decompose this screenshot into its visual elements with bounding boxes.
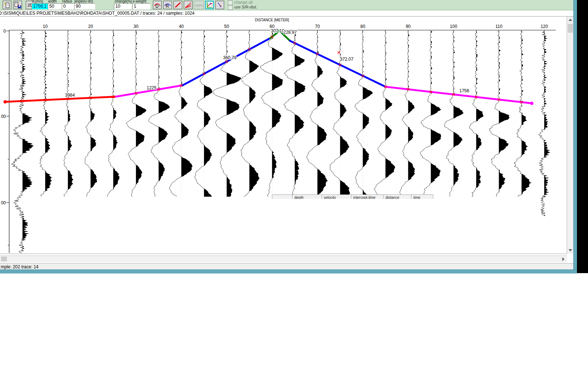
vertical-scroll-thumb[interactable] <box>568 24 573 33</box>
vertical-scrollbar[interactable] <box>567 17 574 254</box>
slope-button[interactable] <box>215 1 224 9</box>
apex-velocity-label: 228.97 <box>283 30 297 35</box>
scroll-up-button[interactable] <box>567 17 574 23</box>
horizontal-scrollbar[interactable] <box>0 255 567 262</box>
window-border-bottom <box>0 269 577 273</box>
traveltime-segment[interactable] <box>386 87 532 103</box>
app-window: 2D V [m/s] width radius angle(0-90) chan… <box>0 0 573 273</box>
right-arrow-icon <box>562 257 564 261</box>
seismic-trace <box>330 31 350 197</box>
xweight-input[interactable]: 1 <box>132 3 150 10</box>
seismic-trace <box>490 31 510 197</box>
direct-wave-button[interactable]: D <box>153 1 162 9</box>
seismogram[interactable]: 102030405060708090100110120DISTANCE [MET… <box>0 17 567 254</box>
apex-velocity-label: 307.10 <box>271 28 284 33</box>
x-tick-label: 80 <box>360 24 365 29</box>
seismic-trace <box>195 31 212 197</box>
seismic-trace <box>355 31 373 197</box>
fan-pick-button[interactable] <box>184 1 193 9</box>
refracted-wave-button[interactable]: R <box>163 1 172 9</box>
layer-table-col-depth: depth <box>292 194 322 199</box>
radius-input[interactable]: 0 <box>62 3 75 10</box>
file-path-bar: D:\SISMIQUE\LES PROJETS\MESBAH2\ROHDATA\… <box>0 10 573 17</box>
velocity-input[interactable]: 1756,1 <box>32 3 48 10</box>
x-tick-label: 40 <box>179 24 184 29</box>
layer-table-header: depth velocity intercept-time distance t… <box>272 194 433 199</box>
layer-table-col-intercept: intercept-time <box>351 194 383 199</box>
svg-text:R: R <box>166 4 169 8</box>
seismic-trace <box>260 31 283 197</box>
use-sr-dist-checkbox[interactable] <box>228 5 233 10</box>
layer-table-col-index <box>272 194 292 199</box>
x-tick-label: 90 <box>406 24 411 29</box>
change-all-label: change all <box>234 0 252 4</box>
scroll-right-button[interactable] <box>560 256 567 262</box>
y-tick-label: 00 <box>1 114 6 119</box>
direct-wave-icon: D <box>154 1 161 8</box>
horizontal-scroll-thumb[interactable] <box>1 257 7 261</box>
seismic-trace <box>514 31 531 197</box>
velocity-label: 360.79 <box>223 55 237 60</box>
seismic-trace <box>85 31 97 197</box>
seismic-trace <box>444 31 464 197</box>
xweight-field-label: x-weight <box>133 0 146 3</box>
seismic-trace <box>126 31 146 197</box>
seismic-plot-svg[interactable]: 102030405060708090100110120DISTANCE [MET… <box>0 17 567 254</box>
x-tick-label: 30 <box>133 24 139 29</box>
velocity-label: 1756 <box>459 88 469 93</box>
seismic-trace <box>241 31 259 197</box>
pick-mark[interactable] <box>338 51 340 54</box>
change-all-checkbox[interactable] <box>228 0 233 5</box>
traveltime-graph-button[interactable] <box>205 1 214 9</box>
traveltime-graph-icon <box>206 2 213 8</box>
segment-end-dot <box>530 102 534 105</box>
x-tick-label: 70 <box>315 24 320 29</box>
layer-table-col-time: time <box>411 194 433 199</box>
svg-text:D: D <box>155 4 159 8</box>
line-pick-button[interactable] <box>173 1 182 9</box>
x-tick-label: 100 <box>450 24 457 29</box>
seismic-trace <box>374 31 395 197</box>
segment-start-dot <box>4 100 7 104</box>
angle-field-label: angle(0-90) <box>74 0 93 3</box>
new-file-button[interactable] <box>3 1 11 9</box>
x-tick-label: 20 <box>88 24 93 29</box>
width-input[interactable]: 50 <box>48 3 62 10</box>
seismic-trace <box>148 31 170 197</box>
x-tick-label: 110 <box>495 24 502 29</box>
angle-input[interactable]: 90 <box>74 3 95 10</box>
slope-icon <box>216 2 223 8</box>
radius-field-label: radius <box>62 0 72 3</box>
seismic-trace <box>539 31 550 216</box>
seismic-trace <box>306 31 327 197</box>
seismic-trace <box>107 31 119 197</box>
traveltime-segment[interactable] <box>290 41 386 87</box>
desktop-background <box>577 0 588 273</box>
x-tick-label: 120 <box>541 24 548 29</box>
scroll-down-button[interactable] <box>567 247 574 254</box>
change-input[interactable]: 10 <box>114 3 132 10</box>
save-icon <box>14 2 21 8</box>
new-file-icon <box>4 2 10 8</box>
layer-table-col-distance: distance <box>383 194 411 199</box>
y-tick-label: 00 <box>1 200 6 205</box>
up-arrow-icon <box>569 19 572 21</box>
x-tick-label: 50 <box>224 24 229 29</box>
status-text: mple: 202 trace: 14 <box>1 264 39 269</box>
status-bar: mple: 202 trace: 14 <box>0 263 573 270</box>
y-tick-label: 0 <box>3 29 6 34</box>
core-button[interactable]: core <box>194 1 204 9</box>
change-field-label: change[%] <box>115 0 132 3</box>
velocity-label: 3984 <box>65 93 75 98</box>
x-axis-title: DISTANCE [METER] <box>255 18 289 22</box>
file-path-text: D:\SISMIQUE\LES PROJETS\MESBAH2\ROHDATA\… <box>0 11 194 16</box>
use-sr-dist-label: use S/R-dist. <box>234 5 257 9</box>
save-button[interactable] <box>13 1 22 9</box>
seismic-trace <box>469 31 483 197</box>
line-pick-icon <box>174 1 182 8</box>
down-arrow-icon <box>569 249 572 251</box>
velocity-label: 372.07 <box>340 57 354 62</box>
v-field-label: V [m/s] <box>32 0 43 3</box>
velocity-label: 1225 <box>147 85 157 90</box>
seismic-trace <box>420 31 441 197</box>
